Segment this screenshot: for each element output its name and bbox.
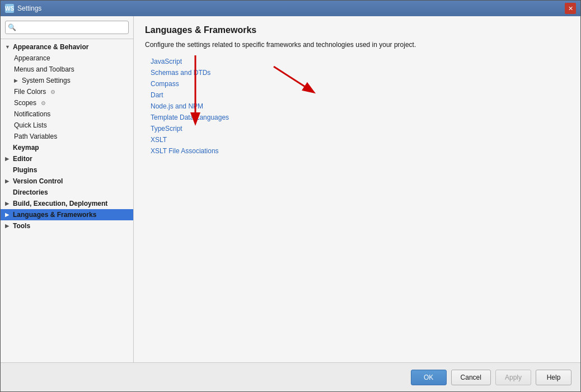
link-template-data[interactable]: Template Data Languages	[151, 114, 569, 121]
link-javascript[interactable]: JavaScript	[151, 58, 569, 65]
sidebar-item-label: Tools	[13, 222, 30, 230]
sidebar-item-label: Quick Lists	[14, 121, 47, 129]
search-input[interactable]	[5, 21, 129, 34]
sidebar-item-label: Scopes	[14, 99, 36, 107]
tree-area: ▼ Appearance & Behavior Appearance Menus…	[1, 39, 133, 362]
sidebar-item-notifications[interactable]: Notifications	[1, 108, 133, 120]
ok-button[interactable]: OK	[411, 370, 447, 385]
sidebar-item-label: Directories	[13, 188, 48, 196]
link-typescript[interactable]: TypeScript	[151, 125, 569, 133]
expand-icon: ▼	[5, 44, 11, 50]
sidebar-item-plugins[interactable]: Plugins	[1, 164, 133, 176]
sidebar: 🔍 ▼ Appearance & Behavior Appearance Men…	[1, 16, 134, 362]
help-button[interactable]: Help	[536, 370, 571, 385]
cancel-button[interactable]: Cancel	[451, 370, 491, 385]
sidebar-item-label: File Colors	[14, 88, 46, 96]
search-box: 🔍	[1, 16, 133, 39]
sidebar-item-label: Editor	[13, 155, 32, 163]
search-icon: 🔍	[8, 23, 16, 31]
scopes-icon: ⚙	[41, 100, 46, 106]
link-schemas-dtds[interactable]: Schemas and DTDs	[151, 69, 569, 77]
sidebar-item-tools[interactable]: ▶ Tools	[1, 220, 133, 232]
window-title: Settings	[17, 4, 561, 12]
sidebar-item-scopes[interactable]: Scopes ⚙	[1, 97, 133, 108]
sidebar-item-label: System Settings	[22, 77, 71, 84]
title-bar: WS Settings ✕	[1, 1, 580, 16]
sidebar-item-version-control[interactable]: ▶ Version Control	[1, 176, 133, 187]
link-compass[interactable]: Compass	[151, 80, 569, 88]
sidebar-item-label: Appearance	[14, 54, 50, 62]
expand-icon: ▶	[5, 201, 11, 206]
main-panel: Languages & Frameworks Configure the set…	[134, 16, 580, 362]
file-colors-icon: ⚙	[50, 89, 55, 95]
link-dart[interactable]: Dart	[151, 91, 569, 99]
expand-icon: ▶	[5, 156, 11, 162]
apply-button[interactable]: Apply	[495, 370, 531, 385]
link-xslt[interactable]: XSLT	[151, 136, 569, 144]
sidebar-item-label: Languages & Frameworks	[13, 211, 96, 219]
panel-title: Languages & Frameworks	[145, 25, 569, 35]
expand-icon: ▶	[14, 78, 20, 83]
sidebar-item-languages-frameworks[interactable]: ▶ Languages & Frameworks	[1, 209, 133, 220]
expand-icon: ▶	[5, 223, 11, 229]
sidebar-item-directories[interactable]: Directories	[1, 187, 133, 198]
framework-links: JavaScript Schemas and DTDs Compass Dart…	[145, 58, 569, 155]
sidebar-item-appearance-behavior[interactable]: ▼ Appearance & Behavior	[1, 41, 133, 53]
link-nodejs-npm[interactable]: Node.js and NPM	[151, 102, 569, 110]
link-xslt-file-assoc[interactable]: XSLT File Associations	[151, 147, 569, 155]
sidebar-item-label: Notifications	[14, 110, 50, 118]
settings-window: WS Settings ✕ 🔍 ▼ Appearance & Behavior …	[0, 0, 581, 392]
sidebar-item-keymap[interactable]: Keymap	[1, 142, 133, 153]
sidebar-item-label: Plugins	[13, 166, 37, 174]
sidebar-item-label: Version Control	[13, 177, 63, 185]
sidebar-item-label: Build, Execution, Deployment	[13, 200, 107, 207]
sidebar-item-label: Path Variables	[14, 133, 57, 140]
expand-icon: ▶	[5, 178, 11, 184]
sidebar-item-label: Menus and Toolbars	[14, 65, 74, 73]
sidebar-item-path-variables[interactable]: Path Variables	[1, 131, 133, 142]
sidebar-item-system-settings[interactable]: ▶ System Settings	[1, 75, 133, 86]
expand-icon: ▶	[5, 212, 11, 218]
sidebar-item-editor[interactable]: ▶ Editor	[1, 153, 133, 164]
content-area: 🔍 ▼ Appearance & Behavior Appearance Men…	[1, 16, 580, 362]
sidebar-item-file-colors[interactable]: File Colors ⚙	[1, 86, 133, 97]
sidebar-item-label: Keymap	[13, 144, 39, 152]
sidebar-item-appearance[interactable]: Appearance	[1, 53, 133, 64]
sidebar-item-label: Appearance & Behavior	[13, 43, 88, 51]
footer: OK Cancel Apply Help	[1, 362, 580, 391]
main-wrapper: Languages & Frameworks Configure the set…	[134, 16, 580, 362]
app-icon: WS	[5, 4, 14, 13]
sidebar-item-menus-toolbars[interactable]: Menus and Toolbars	[1, 64, 133, 75]
panel-description: Configure the settings related to specif…	[145, 41, 569, 49]
close-button[interactable]: ✕	[565, 3, 576, 14]
sidebar-item-build-execution[interactable]: ▶ Build, Execution, Deployment	[1, 198, 133, 209]
sidebar-item-quick-lists[interactable]: Quick Lists	[1, 120, 133, 131]
